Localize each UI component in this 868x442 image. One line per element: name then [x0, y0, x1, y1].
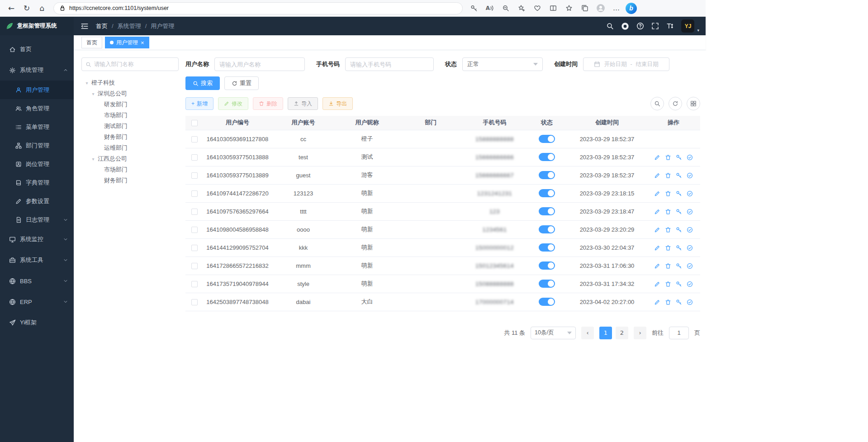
sidebar-item-erp[interactable]: ERP [0, 291, 74, 312]
reload-icon[interactable]: ↻ [20, 1, 33, 15]
sidebar-item-yi[interactable]: Yi框架 [0, 312, 74, 333]
sidebar-item-role[interactable]: 角色管理 [0, 99, 74, 118]
tab-user-management[interactable]: 用户管理 × [105, 37, 149, 48]
phone-input[interactable] [345, 57, 434, 71]
tree-expand-icon[interactable]: ▾ [90, 157, 96, 162]
search-icon[interactable] [606, 22, 614, 30]
bing-icon[interactable]: b [626, 3, 637, 14]
status-toggle[interactable] [539, 225, 555, 233]
column-settings-button[interactable] [687, 97, 700, 110]
row-checkbox[interactable] [191, 227, 198, 233]
user-avatar[interactable]: YJ [681, 19, 694, 33]
github-icon[interactable] [621, 22, 629, 30]
status-toggle[interactable] [539, 298, 555, 306]
export-button[interactable]: 导出 [323, 97, 353, 110]
tree-expand-icon[interactable]: ▾ [84, 81, 90, 86]
row-delete-icon[interactable] [665, 154, 671, 161]
sidebar-item-tools[interactable]: 系统工具 [0, 250, 74, 271]
status-toggle[interactable] [539, 261, 555, 270]
help-icon[interactable] [636, 22, 644, 30]
status-toggle[interactable] [539, 171, 555, 179]
sidebar-item-dept[interactable]: 部门管理 [0, 136, 74, 155]
tree-node[interactable]: ▾市场部门 [81, 164, 179, 175]
toggle-search-button[interactable] [650, 97, 664, 110]
tree-node[interactable]: ▾橙子科技 [81, 77, 179, 88]
reset-password-icon[interactable] [676, 154, 682, 161]
more-icon[interactable]: … [610, 2, 623, 15]
sidebar-item-menu[interactable]: 菜单管理 [0, 118, 74, 136]
row-checkbox[interactable] [191, 190, 198, 197]
tab-home[interactable]: 首页 [81, 37, 102, 48]
row-checkbox[interactable] [191, 136, 198, 143]
import-button[interactable]: 导入 [288, 97, 318, 110]
sidebar-item-param[interactable]: 参数设置 [0, 192, 74, 210]
row-checkbox[interactable] [191, 245, 198, 251]
status-toggle[interactable] [539, 135, 555, 143]
row-checkbox[interactable] [191, 154, 198, 161]
tree-node[interactable]: ▾财务部门 [81, 175, 179, 186]
page-number-button[interactable]: 2 [616, 327, 628, 339]
assign-role-icon[interactable] [687, 245, 693, 251]
status-toggle[interactable] [539, 153, 555, 161]
reset-password-icon[interactable] [676, 281, 682, 287]
page-number-button[interactable]: 1 [599, 327, 612, 339]
assign-role-icon[interactable] [687, 209, 693, 215]
favorites-icon[interactable] [562, 2, 575, 15]
row-delete-icon[interactable] [665, 227, 671, 233]
close-icon[interactable]: × [141, 40, 144, 46]
row-delete-icon[interactable] [665, 172, 671, 179]
reset-password-icon[interactable] [676, 190, 682, 197]
tree-node[interactable]: ▾运维部门 [81, 143, 179, 153]
app-logo[interactable]: 意框架管理系统 [0, 17, 74, 35]
reset-password-icon[interactable] [676, 227, 682, 233]
address-bar[interactable]: https://ccnetcore.com:1101/system/user [53, 2, 463, 14]
read-aloud-icon[interactable]: A [483, 2, 496, 15]
reset-password-icon[interactable] [676, 209, 682, 215]
next-page-button[interactable]: › [634, 327, 646, 339]
assign-role-icon[interactable] [687, 263, 693, 269]
tree-node[interactable]: ▾市场部门 [81, 110, 179, 121]
status-toggle[interactable] [539, 189, 555, 197]
edit-button[interactable]: 修改 [218, 97, 248, 110]
row-checkbox[interactable] [191, 209, 198, 215]
search-button[interactable]: 搜索 [185, 76, 220, 90]
tree-node[interactable]: ▾测试部门 [81, 121, 179, 132]
split-screen-icon[interactable] [546, 2, 560, 15]
profile-avatar[interactable] [594, 2, 607, 15]
assign-role-icon[interactable] [687, 281, 693, 287]
tree-node[interactable]: ▾江西总公司 [81, 153, 179, 164]
row-edit-icon[interactable] [654, 172, 660, 179]
row-checkbox[interactable] [191, 299, 198, 305]
select-all-checkbox[interactable] [191, 120, 198, 126]
status-select[interactable]: 正常 [462, 57, 543, 71]
row-delete-icon[interactable] [665, 190, 671, 197]
status-toggle[interactable] [539, 280, 555, 288]
sidebar-item-monitor[interactable]: 系统监控 [0, 229, 74, 250]
row-delete-icon[interactable] [665, 245, 671, 251]
row-edit-icon[interactable] [654, 281, 660, 287]
tree-node[interactable]: ▾深圳总公司 [81, 88, 179, 99]
row-edit-icon[interactable] [654, 245, 660, 251]
row-checkbox[interactable] [191, 172, 198, 179]
row-delete-icon[interactable] [665, 209, 671, 215]
add-button[interactable]: + 新增 [185, 97, 213, 110]
favorites-add-icon[interactable] [515, 2, 528, 15]
row-delete-icon[interactable] [665, 263, 671, 269]
reset-password-icon[interactable] [676, 299, 682, 305]
menu-fold-icon[interactable] [81, 22, 89, 30]
assign-role-icon[interactable] [687, 190, 693, 197]
row-edit-icon[interactable] [654, 263, 660, 269]
row-edit-icon[interactable] [654, 209, 660, 215]
row-checkbox[interactable] [191, 281, 198, 287]
sidebar-item-post[interactable]: 岗位管理 [0, 155, 74, 173]
reset-button[interactable]: 重置 [224, 76, 259, 90]
row-delete-icon[interactable] [665, 281, 671, 287]
sidebar-item-home[interactable]: 首页 [0, 39, 74, 60]
date-range-picker[interactable]: 开始日期 - 结束日期 [583, 57, 669, 71]
password-key-icon[interactable] [467, 2, 480, 15]
row-edit-icon[interactable] [654, 299, 660, 305]
fullscreen-icon[interactable] [651, 22, 659, 30]
status-toggle[interactable] [539, 207, 555, 215]
dept-search-input[interactable] [94, 61, 175, 67]
row-delete-icon[interactable] [665, 299, 671, 305]
